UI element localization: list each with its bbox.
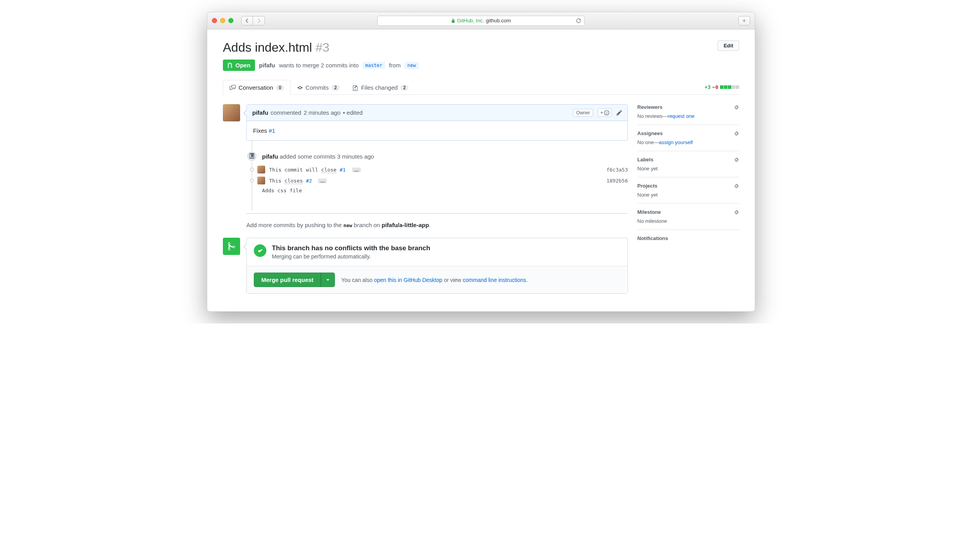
forward-button[interactable] [253, 16, 265, 25]
avatar[interactable] [257, 177, 265, 184]
minimize-icon[interactable] [220, 18, 225, 23]
issue-link[interactable]: #1 [269, 127, 275, 134]
merge-action: Merge pull request You can also open thi… [247, 266, 627, 293]
issue-link[interactable]: #2 [303, 178, 312, 184]
check-icon [254, 244, 266, 257]
git-merge-icon [223, 238, 240, 255]
expand-button[interactable]: … [352, 168, 361, 172]
add-reaction-button[interactable]: + [598, 108, 612, 117]
sidebar-title: Milestone [637, 209, 661, 215]
pr-author[interactable]: pifafu [259, 62, 275, 69]
push-hint-prefix: Add more commits by pushing to the [246, 222, 344, 228]
labels-body: None yet [637, 166, 739, 172]
pr-title: Adds index.html #3 [223, 40, 329, 55]
merge-button[interactable]: Merge pull request [254, 273, 321, 287]
base-branch[interactable]: master [363, 62, 385, 69]
projects-body: None yet [637, 192, 739, 198]
sidebar-head[interactable]: Reviewers [637, 104, 739, 110]
address-org: GitHub, Inc. [457, 18, 484, 23]
timeline-push-text: pifafu added some commits 3 minutes ago [262, 153, 374, 160]
diff-block-neutral [732, 85, 735, 89]
merge-section: This branch has no conflicts with the ba… [223, 238, 628, 294]
merge-hint-mid: or view [442, 277, 463, 283]
comment-discussion-icon [230, 85, 236, 91]
pr-header: Adds index.html #3 Edit [223, 40, 739, 55]
gear-icon[interactable] [734, 210, 739, 215]
svg-point-1 [604, 110, 609, 115]
merge-dropdown-button[interactable] [321, 273, 335, 287]
svg-rect-0 [452, 20, 454, 23]
state-label: Open [235, 62, 250, 69]
timeline: pifafu commented 2 minutes ago • edited … [223, 104, 628, 294]
edit-button[interactable]: Edit [718, 40, 739, 51]
commit-sha[interactable]: f6c3a53 [606, 167, 628, 173]
titlebar: GitHub, Inc. github.com + [207, 12, 755, 29]
commit-row: This closes #2 … 1892b56 [246, 175, 628, 186]
edit-comment-button[interactable] [617, 110, 622, 116]
page-content: Adds index.html #3 Edit Open pifafu want… [207, 29, 755, 311]
push-author[interactable]: pifafu [262, 153, 278, 160]
comment-time[interactable]: 2 minutes ago [304, 109, 340, 116]
main-layout: pifafu commented 2 minutes ago • edited … [223, 104, 739, 294]
sidebar-title: Projects [637, 183, 657, 189]
sidebar-projects: Projects None yet [637, 183, 739, 204]
tab-conversation[interactable]: Conversation 0 [223, 80, 291, 95]
comment-row: pifafu commented 2 minutes ago • edited … [223, 104, 628, 141]
sidebar-head[interactable]: Assignees [637, 130, 739, 136]
comment-box: pifafu commented 2 minutes ago • edited … [246, 104, 628, 141]
sidebar-head[interactable]: Projects [637, 183, 739, 189]
gear-icon[interactable] [734, 105, 739, 110]
assign-self-link[interactable]: assign yourself [659, 139, 693, 145]
merge-hint: You can also open this in GitHub Desktop… [341, 277, 528, 283]
sidebar-body: No one—assign yourself [637, 139, 739, 145]
diff-additions: +3 [705, 84, 711, 90]
push-hint-repo[interactable]: pifafu/a-little-app [382, 222, 429, 228]
owner-badge: Owner [573, 109, 593, 117]
commit-sha[interactable]: 1892b56 [606, 178, 628, 184]
diff-block-green [724, 85, 727, 89]
sidebar-head[interactable]: Labels [637, 157, 739, 163]
merge-hint-prefix: You can also [341, 277, 374, 283]
assignees-text: No one— [637, 139, 659, 145]
open-desktop-link[interactable]: open this in GitHub Desktop [374, 277, 442, 283]
refresh-icon[interactable] [576, 18, 581, 23]
expand-button[interactable]: … [318, 179, 327, 183]
chevron-down-icon [326, 279, 330, 281]
pr-title-text: Adds index.html [223, 40, 312, 54]
browser-window: GitHub, Inc. github.com + Adds index.htm… [207, 12, 755, 312]
commit-message[interactable]: This commit will close #1 … [269, 167, 606, 173]
push-time[interactable]: 3 minutes ago [337, 153, 374, 160]
sidebar-head[interactable]: Notifications [637, 235, 739, 241]
new-tab-button[interactable]: + [738, 16, 750, 25]
issue-link[interactable]: #1 [336, 167, 345, 173]
lock-icon [451, 18, 455, 23]
zoom-icon[interactable] [228, 18, 233, 23]
cli-instructions-link[interactable]: command line instructions [463, 277, 526, 283]
sidebar-labels: Labels None yet [637, 157, 739, 177]
tab-files[interactable]: Files changed 2 [346, 80, 415, 95]
avatar[interactable] [223, 104, 240, 121]
sidebar-title: Labels [637, 157, 653, 163]
merge-box: This branch has no conflicts with the ba… [246, 238, 628, 294]
gear-icon[interactable] [734, 183, 739, 189]
gear-icon[interactable] [734, 157, 739, 163]
request-review-link[interactable]: request one [667, 113, 694, 119]
sidebar-milestone: Milestone No milestone [637, 209, 739, 230]
svg-point-3 [607, 112, 608, 112]
comment-author[interactable]: pifafu [252, 109, 268, 116]
merge-text-1: wants to merge 2 commits into [279, 62, 358, 69]
merge-text-2: from [389, 62, 401, 69]
tab-commits[interactable]: Commits 2 [291, 80, 346, 95]
comment-action: commented [271, 109, 301, 116]
comment-actions: Owner + [573, 108, 622, 117]
sidebar-notifications: Notifications [637, 235, 739, 247]
close-icon[interactable] [212, 18, 217, 23]
sidebar-head[interactable]: Milestone [637, 209, 739, 215]
head-branch[interactable]: new [405, 62, 419, 69]
back-button[interactable] [241, 16, 253, 25]
svg-point-2 [606, 112, 606, 112]
avatar[interactable] [257, 166, 265, 173]
address-bar[interactable]: GitHub, Inc. github.com [377, 16, 585, 26]
commit-message[interactable]: This closes #2 … [269, 178, 606, 184]
gear-icon[interactable] [734, 131, 739, 136]
